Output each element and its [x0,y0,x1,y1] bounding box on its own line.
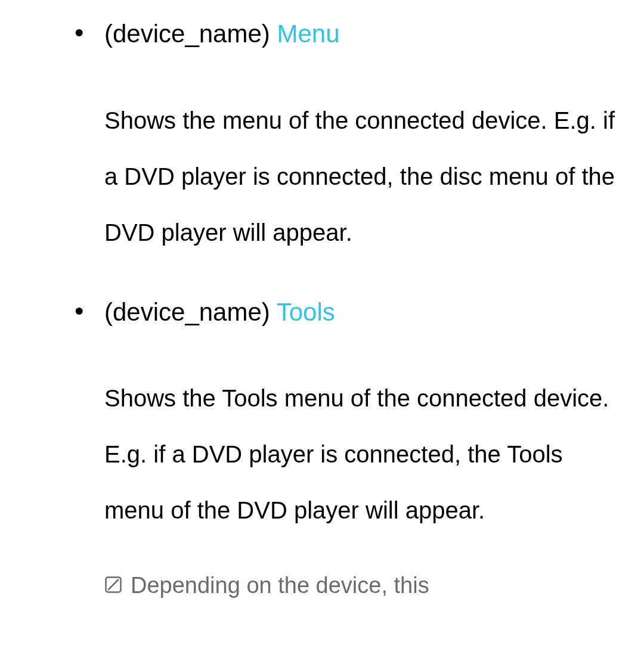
item-list: (device_name) Menu Shows the menu of the… [60,18,626,601]
menu-link[interactable]: Menu [277,20,339,48]
item-description: Shows the Tools menu of the connected de… [104,370,626,538]
item-title: (device_name) Menu [104,18,626,51]
item-prefix: (device_name) [104,20,277,48]
list-item: (device_name) Menu Shows the menu of the… [60,18,626,260]
item-description: Shows the menu of the connected device. … [104,92,626,260]
document-content: (device_name) Menu Shows the menu of the… [0,0,644,601]
tools-link[interactable]: Tools [277,298,335,326]
item-prefix: (device_name) [104,298,277,326]
svg-line-1 [108,579,119,590]
note-block: Depending on the device, this [104,571,626,600]
note-icon [104,576,122,594]
note-text: Depending on the device, this [131,571,429,600]
item-title: (device_name) Tools [104,296,626,329]
list-item: (device_name) Tools Shows the Tools menu… [60,296,626,601]
